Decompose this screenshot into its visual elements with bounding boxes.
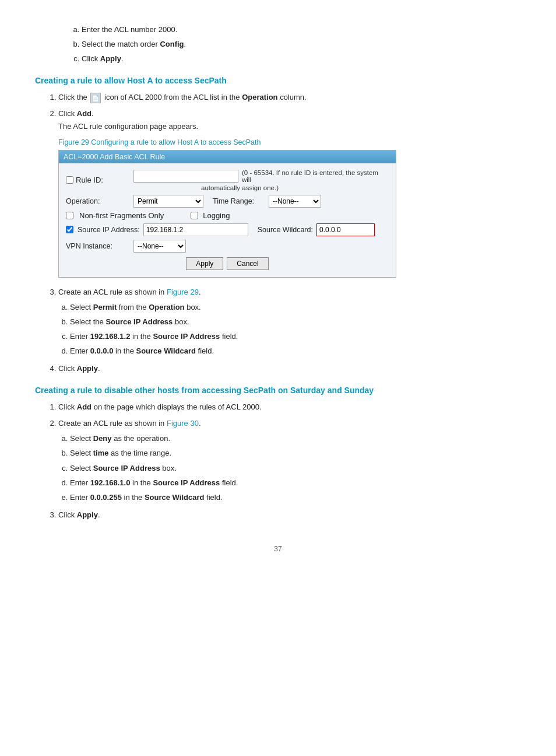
figure29-link[interactable]: Figure 29 bbox=[167, 288, 199, 296]
dialog-buttons: Apply Cancel bbox=[66, 257, 389, 272]
rule-id-input[interactable] bbox=[133, 170, 238, 183]
non-first-label: Non-first Fragments Only bbox=[79, 211, 164, 220]
vpn-label: VPN Instance: bbox=[66, 242, 130, 250]
page-number: 37 bbox=[35, 545, 521, 553]
step3-sub-c: Enter 192.168.1.2 in the Source IP Addre… bbox=[70, 330, 521, 343]
operation-label: Operation: bbox=[66, 197, 130, 205]
source-ip-checkbox[interactable] bbox=[66, 226, 73, 233]
operation-row: Operation: Permit Time Range: --None-- bbox=[66, 195, 389, 208]
section1-step4: Click Apply. bbox=[58, 362, 521, 375]
section1-step1: Click the 📄 icon of ACL 2000 from the AC… bbox=[58, 91, 521, 104]
section1-step2: Click Add. The ACL rule configuration pa… bbox=[58, 107, 521, 133]
intro-step-c: Click Apply. bbox=[82, 52, 521, 65]
apply-button[interactable]: Apply bbox=[186, 257, 223, 270]
acl-dialog: ACL=2000 Add Basic ACL Rule Rule ID: (0 … bbox=[58, 150, 396, 278]
rule-id-row: Rule ID: (0 - 65534. If no rule ID is en… bbox=[66, 169, 389, 191]
section2-step1: Click Add on the page which displays the… bbox=[58, 401, 521, 414]
step3-sub-d: Enter 0.0.0.0 in the Source Wildcard fie… bbox=[70, 345, 521, 358]
vpn-select[interactable]: --None-- bbox=[133, 240, 186, 253]
acl-icon: 📄 bbox=[90, 93, 101, 103]
logging-label: Logging bbox=[203, 211, 230, 220]
s2-step2-sub-a: Select Deny as the operation. bbox=[70, 432, 521, 445]
section2-step3: Click Apply. bbox=[58, 509, 521, 522]
rule-id-label: Rule ID: bbox=[66, 176, 130, 184]
section2-step2: Create an ACL rule as shown in Figure 30… bbox=[58, 417, 521, 504]
step3-sub-a: Select Permit from the Operation box. bbox=[70, 301, 521, 314]
time-range-select[interactable]: --None-- bbox=[269, 195, 321, 208]
section1-step3: Create an ACL rule as shown in Figure 29… bbox=[58, 286, 521, 358]
time-range-label: Time Range: bbox=[213, 197, 265, 205]
intro-step-b: Select the match order Config. bbox=[82, 38, 521, 51]
source-ip-row: Source IP Address: Source Wildcard: bbox=[66, 223, 389, 236]
source-wildcard-label: Source Wildcard: bbox=[258, 226, 313, 234]
step3-sub-b: Select the Source IP Address box. bbox=[70, 316, 521, 328]
s2-step2-sub-b: Select time as the time range. bbox=[70, 447, 521, 460]
acl-dialog-title: ACL=2000 Add Basic ACL Rule bbox=[59, 150, 396, 163]
source-ip-input[interactable] bbox=[143, 223, 248, 236]
intro-step-a: Enter the ACL number 2000. bbox=[82, 23, 521, 36]
fragments-row: Non-first Fragments Only Logging bbox=[66, 211, 389, 220]
non-first-checkbox[interactable] bbox=[66, 212, 73, 219]
figure-caption: Figure 29 Configuring a rule to allow Ho… bbox=[58, 138, 521, 146]
logging-checkbox[interactable] bbox=[191, 212, 198, 219]
operation-select[interactable]: Permit bbox=[133, 195, 203, 208]
cancel-button[interactable]: Cancel bbox=[227, 257, 268, 270]
s2-step2-sub-d: Enter 192.168.1.0 in the Source IP Addre… bbox=[70, 477, 521, 489]
vpn-row: VPN Instance: --None-- bbox=[66, 240, 389, 253]
rule-id-note2: automatically assign one.) bbox=[201, 184, 389, 191]
s2-step2-sub-c: Select Source IP Address box. bbox=[70, 462, 521, 475]
source-ip-label: Source IP Address: bbox=[66, 226, 140, 234]
section1-heading: Creating a rule to allow Host A to acces… bbox=[35, 76, 521, 85]
s2-step2-sub-e: Enter 0.0.0.255 in the Source Wildcard f… bbox=[70, 491, 521, 504]
section2-heading: Creating a rule to disable other hosts f… bbox=[35, 386, 521, 395]
figure30-link[interactable]: Figure 30 bbox=[167, 419, 199, 428]
source-wildcard-input[interactable] bbox=[316, 223, 375, 236]
rule-id-checkbox[interactable] bbox=[66, 176, 73, 184]
